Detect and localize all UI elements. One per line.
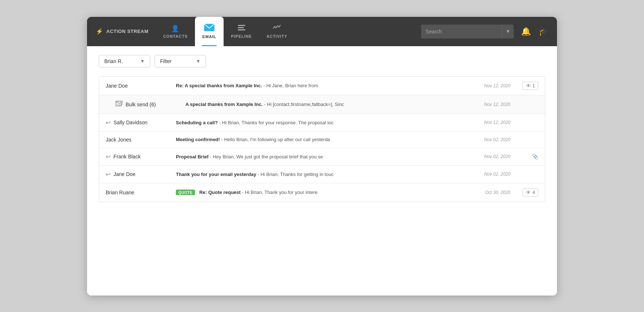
email-date: Nov 02, 2020: [484, 172, 510, 177]
bulk-mail-icon: [115, 100, 123, 109]
sender-name: Sally Davidson: [113, 120, 148, 125]
email-separator: -: [219, 120, 222, 125]
date-cell: Nov 02, 2020: [474, 172, 510, 177]
activity-icon: [273, 24, 281, 33]
search-area: ▼: [421, 25, 514, 38]
email-subject: Scheduling a call?: [176, 120, 218, 125]
search-input[interactable]: [426, 29, 498, 34]
email-date: Nov 12, 2020: [484, 102, 510, 107]
email-date: Oct 30, 2020: [485, 190, 510, 195]
view-count: 4: [532, 190, 535, 195]
email-subject: Meeting confirmed!: [176, 137, 220, 142]
email-subject: Proposal Brief: [176, 154, 209, 159]
sender-cell: Jane Doe: [106, 83, 170, 89]
reply-icon: ↩: [106, 119, 111, 126]
table-row[interactable]: Jack Jones Meeting confirmed! - Hello Br…: [99, 132, 545, 148]
nav-item-activity[interactable]: ACTIVITY: [259, 17, 295, 46]
email-list: Jane Doe Re: A special thanks from Xampl…: [99, 76, 545, 202]
sender-name: Bulk send (6): [126, 102, 156, 107]
preview-cell: QUOTE Re: Quote request - Hi Brian, Than…: [176, 190, 468, 195]
sender-cell: ↩ Jane Doe: [106, 171, 170, 178]
email-preview: Hi Brian, Thank you for your intere: [245, 190, 318, 195]
email-date: Nov 02, 2020: [484, 154, 510, 159]
date-cell: Nov 02, 2020: [474, 154, 510, 159]
badge-cell: 👁 1: [516, 82, 538, 90]
navbar: ⚡ ACTION STREAM 👤 CONTACTS EMAIL: [87, 17, 557, 46]
eye-icon: 👁: [526, 83, 531, 89]
preview-cell: Re: A special thanks from Xample Inc. - …: [176, 83, 468, 88]
sender-name: Frank Black: [113, 154, 141, 159]
owner-filter-label: Brian R.: [104, 58, 123, 64]
preview-cell: Thank you for your email yesterday - Hi …: [176, 172, 468, 177]
svg-rect-3: [238, 29, 245, 30]
badge-cell: 👁 4: [516, 188, 538, 197]
date-cell: Nov 12, 2020: [474, 83, 510, 88]
table-row[interactable]: ↩ Sally Davidson Scheduling a call? - Hi…: [99, 114, 545, 132]
email-date: Nov 12, 2020: [484, 120, 510, 125]
tag-badge: QUOTE: [176, 190, 195, 195]
table-row[interactable]: ↩ Frank Black Proposal Brief - Hey Brian…: [99, 148, 545, 166]
view-badge: 👁 1: [522, 82, 538, 90]
reply-icon: ↩: [106, 171, 111, 178]
email-separator: -: [264, 102, 267, 107]
email-separator: -: [263, 83, 266, 88]
sender-name: Jack Jones: [106, 137, 131, 143]
svg-rect-2: [238, 27, 244, 28]
owner-filter[interactable]: Brian R. ▼: [99, 55, 150, 67]
sender-cell: Bulk send (6): [115, 100, 180, 109]
table-row[interactable]: Brian Ruane QUOTE Re: Quote request - Hi…: [99, 183, 545, 202]
bolt-icon: ⚡: [96, 28, 104, 35]
date-cell: Nov 12, 2020: [474, 120, 510, 125]
nav-item-email[interactable]: EMAIL: [195, 17, 224, 46]
email-preview: Hey Brian, We just got the proposal brie…: [213, 154, 323, 159]
search-dropdown-button[interactable]: ▼: [502, 25, 514, 38]
search-input-wrap: [421, 25, 502, 38]
email-preview: Hi Jane, Brian here from: [266, 83, 318, 88]
filter-dropdown[interactable]: Filter ▼: [155, 55, 206, 67]
graduation-cap-button[interactable]: 🎓: [538, 27, 548, 36]
app-container: ⚡ ACTION STREAM 👤 CONTACTS EMAIL: [87, 17, 557, 296]
attachment-icon: 📎: [532, 154, 538, 159]
filter-chevron-icon: ▼: [196, 59, 200, 64]
table-row[interactable]: Jane Doe Re: A special thanks from Xampl…: [99, 77, 545, 95]
email-subject: Re: A special thanks from Xample Inc.: [176, 83, 262, 88]
pipeline-icon: [238, 24, 246, 33]
svg-rect-1: [238, 25, 245, 26]
sender-cell: Brian Ruane: [106, 190, 170, 195]
preview-cell: A special thanks from Xample Inc. - Hi […: [185, 102, 468, 107]
preview-cell: Proposal Brief - Hey Brian, We just got …: [176, 154, 468, 159]
view-count: 1: [532, 83, 535, 88]
email-subject: A special thanks from Xample Inc.: [185, 102, 263, 107]
nav-item-contacts[interactable]: 👤 CONTACTS: [156, 17, 195, 46]
sender-cell: ↩ Frank Black: [106, 153, 170, 160]
preview-cell: Meeting confirmed! - Hello Brian, I'm fo…: [176, 137, 468, 142]
preview-cell: Scheduling a call? - Hi Brian, Thanks fo…: [176, 120, 468, 125]
reply-icon: ↩: [106, 153, 111, 160]
date-cell: Nov 02, 2020: [474, 137, 510, 142]
sender-name: Jane Doe: [106, 83, 128, 89]
eye-icon: 👁: [526, 190, 531, 195]
filter-bar: Brian R. ▼ Filter ▼: [99, 55, 545, 67]
date-cell: Oct 30, 2020: [474, 190, 510, 195]
owner-chevron-icon: ▼: [140, 59, 145, 64]
nav-item-pipeline[interactable]: PIPELINE: [224, 17, 259, 46]
action-stream-label[interactable]: ⚡ ACTION STREAM: [96, 28, 148, 35]
date-cell: Nov 12, 2020: [474, 102, 510, 107]
email-date: Nov 12, 2020: [484, 83, 510, 88]
sender-cell: ↩ Sally Davidson: [106, 119, 170, 126]
email-date: Nov 02, 2020: [484, 137, 510, 142]
nav-right-icons: 🔔 🎓: [521, 27, 548, 36]
notification-bell-button[interactable]: 🔔: [521, 27, 531, 36]
email-icon: [204, 24, 214, 33]
badge-cell: 📎: [516, 154, 538, 159]
email-preview: Hi Brian, Thanks for your response. The …: [222, 120, 334, 125]
main-content: Brian R. ▼ Filter ▼ Jane Doe Re: A speci…: [87, 46, 557, 296]
action-stream-text: ACTION STREAM: [106, 29, 149, 34]
contacts-icon: 👤: [171, 25, 180, 33]
email-separator: -: [242, 190, 245, 195]
table-row[interactable]: ↩ Jane Doe Thank you for your email yest…: [99, 166, 545, 183]
email-subject: Re: Quote request: [199, 190, 241, 195]
sender-name: Jane Doe: [113, 171, 135, 177]
table-row[interactable]: Bulk send (6) A special thanks from Xamp…: [99, 95, 545, 114]
email-subject: Thank you for your email yesterday: [176, 172, 256, 177]
